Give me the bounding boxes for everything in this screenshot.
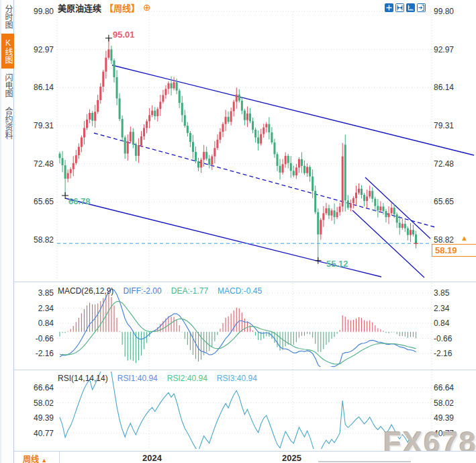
y-axis-label: 79.31: [23, 121, 54, 130]
macd-diff-value: DIFF:-2.00: [123, 286, 161, 296]
fit-width-icon[interactable]: [395, 3, 404, 11]
range-slider[interactable]: [318, 461, 411, 462]
symbol-title: 美原油连续: [58, 1, 101, 14]
y-axis-label: 2.34: [23, 304, 54, 313]
high-price-label: 95.01: [113, 30, 135, 40]
y-axis-label: 72.48: [434, 159, 454, 169]
price-up-arrow-icon: ▲: [461, 234, 468, 242]
macd-header: MACD(26,12,9) DIFF:-2.00 DEA:-1.77 MACD:…: [58, 286, 262, 296]
kline-app: 分时图K线图闪电图合约资料 美原油连续 【周线】 ⊕ 95.01 66.78 5…: [0, 0, 476, 463]
low-price-label-1: 66.78: [68, 196, 91, 206]
y-axis-label: 66.64: [23, 383, 54, 392]
y-axis-label: 65.65: [434, 197, 454, 206]
x-axis-year-2024: 2024: [142, 453, 162, 463]
y-axis-label: 99.80: [23, 7, 54, 16]
low-price-label-2: 55.12: [326, 259, 348, 269]
x-axis-year-2025: 2025: [282, 453, 301, 463]
chart-header: 美原油连续 【周线】 ⊕: [58, 1, 151, 14]
y-axis-label: -0.66: [434, 334, 452, 343]
y-axis-label: 49.39: [434, 413, 454, 423]
y-axis-label: 79.31: [434, 121, 454, 130]
pan-crosshair-icon[interactable]: [385, 3, 393, 11]
y-axis-label: 58.82: [434, 235, 454, 245]
y-axis-label: 2.34: [434, 304, 449, 313]
add-indicator-icon[interactable]: ⊕: [143, 3, 151, 12]
y-axis-label: 66.64: [434, 383, 454, 392]
axis-scale-icon[interactable]: [406, 3, 415, 11]
y-axis-label: 58.02: [434, 398, 454, 408]
y-axis-label: -0.66: [23, 334, 54, 343]
macd-title: MACD(26,12,9): [58, 286, 113, 296]
y-axis-label: 0.84: [434, 319, 449, 328]
chart-toolbar: [385, 3, 426, 11]
y-axis-label: 86.14: [23, 83, 54, 92]
sidebar-tab-分时图[interactable]: 分时图: [1, 0, 14, 34]
exit-right-icon[interactable]: [417, 3, 426, 11]
timeframe-arrow-icon: ▲: [41, 457, 47, 463]
y-axis-label: 40.77: [23, 429, 54, 438]
y-axis-label: 99.80: [434, 7, 454, 16]
y-axis-label: 3.85: [23, 288, 54, 298]
timeframe-text: 周线: [23, 455, 39, 463]
macd-hist-value: MACD:-0.45: [218, 286, 262, 296]
sidebar: 分时图K线图闪电图合约资料: [0, 0, 14, 463]
chart-canvas[interactable]: [0, 0, 476, 463]
y-axis-label: 92.97: [23, 45, 54, 54]
rsi1-value: RSI1:40.94: [117, 374, 158, 383]
timeframe-selector[interactable]: 周线 ▲: [23, 453, 47, 463]
macd-dea-value: DEA:-1.77: [171, 286, 208, 296]
y-axis-label: 65.65: [23, 197, 54, 206]
rsi3-value: RSI3:40.94: [217, 374, 257, 383]
y-axis-label: 40.77: [434, 429, 454, 438]
y-axis-label: 72.48: [23, 159, 54, 169]
rsi2-value: RSI2:40.94: [167, 374, 207, 383]
sidebar-tab-闪电图[interactable]: 闪电图: [1, 69, 14, 102]
y-axis-label: 58.02: [23, 398, 54, 408]
y-axis-label: 86.14: [434, 83, 454, 92]
timeframe-tag: 【周线】: [105, 1, 140, 14]
y-axis-label: 49.39: [23, 413, 54, 423]
y-axis-label: 92.97: [434, 45, 454, 54]
y-axis-label: -2.16: [23, 349, 54, 358]
y-axis-label: 0.84: [23, 319, 54, 328]
sidebar-tab-合约资料[interactable]: 合约资料: [1, 102, 14, 144]
rsi-header: RSI(14,14,14) RSI1:40.94 RSI2:40.94 RSI3…: [58, 374, 257, 383]
y-axis-label: 58.82: [23, 235, 54, 245]
y-axis-label: -2.16: [434, 349, 452, 358]
rsi-title: RSI(14,14,14): [58, 374, 108, 383]
bottom-bar-divider: [59, 452, 60, 463]
sidebar-tab-K线图[interactable]: K线图: [1, 34, 14, 69]
last-price-tag: 58.19: [432, 244, 476, 257]
y-axis-label: 3.85: [434, 288, 449, 298]
